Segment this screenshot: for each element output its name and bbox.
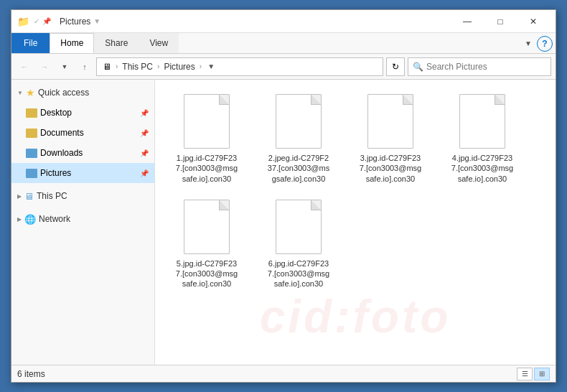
file-label: 1.jpg.id-C279F23 7.[con3003@msg safe.io]…	[176, 153, 238, 184]
sidebar-pictures-label: Pictures	[40, 168, 137, 178]
folder-pictures-icon	[26, 167, 37, 179]
sidebar-this-pc[interactable]: ▶ 🖥 This PC	[11, 186, 154, 206]
status-bar: 6 items ☰ ⊞	[11, 365, 556, 382]
folder-title-icon: 📁	[17, 16, 29, 27]
path-pictures: Pictures	[164, 62, 195, 72]
file-page-icon	[276, 200, 322, 254]
file-icon	[365, 93, 416, 150]
tab-file[interactable]: File	[11, 33, 50, 53]
sidebar-desktop-label: Desktop	[40, 108, 137, 118]
ribbon-help-btn[interactable]: ?	[537, 36, 553, 52]
file-page-icon	[276, 94, 322, 149]
pin-icon: 📌	[140, 169, 149, 177]
sidebar-network[interactable]: ▶ 🌐 Network	[11, 209, 154, 229]
sidebar-quick-access-label: Quick access	[38, 88, 149, 98]
ribbon-expand-btn[interactable]: ▼	[520, 34, 537, 52]
sidebar-this-pc-label: This PC	[37, 191, 149, 201]
file-icon	[273, 93, 324, 150]
chevron-down-icon: ▼	[17, 90, 23, 96]
folder-icon	[26, 127, 37, 139]
chevron-icon: ▶	[17, 193, 22, 200]
view-details-button[interactable]: ☰	[517, 368, 533, 381]
file-item[interactable]: 6.jpg.id-C279F23 7.[con3003@msg safe.io]…	[256, 194, 342, 294]
file-label: 4.jpg.id-C279F23 7.[con3003@msg safe.io]…	[451, 153, 513, 184]
sidebar-downloads-label: Downloads	[40, 148, 137, 158]
qs-chevron: ▼	[93, 17, 100, 25]
sidebar-item-pictures[interactable]: Pictures 📌	[11, 163, 154, 183]
ribbon: File Home Share View ▼ ?	[11, 33, 556, 54]
sidebar-quick-access-header[interactable]: ▼ ★ Quick access	[11, 83, 154, 103]
address-path[interactable]: 🖥 › This PC › Pictures › ▼	[96, 57, 383, 76]
view-large-icons-button[interactable]: ⊞	[534, 368, 550, 381]
pin-icon: 📌	[140, 129, 149, 137]
back-button[interactable]: ←	[16, 58, 33, 75]
file-item[interactable]: 1.jpg.id-C279F23 7.[con3003@msg safe.io]…	[164, 88, 250, 188]
file-label: 2.jpeg.id-C279F2 37.[con3003@ms gsafe.io…	[268, 153, 329, 184]
folder-downloads-icon	[26, 147, 37, 159]
recent-locations-button[interactable]: ▼	[56, 58, 73, 75]
pin-icon: 📌	[140, 109, 149, 117]
search-input[interactable]	[426, 62, 546, 72]
tab-home[interactable]: Home	[50, 33, 94, 53]
file-item[interactable]: 3.jpg.id-C279F23 7.[con3003@msg safe.io]…	[347, 88, 434, 188]
file-icon	[456, 93, 508, 150]
forward-button[interactable]: →	[36, 58, 53, 75]
title-bar: 📁 ✓ 📌 Pictures ▼ — □ ✕	[11, 10, 556, 33]
sidebar-item-documents[interactable]: Documents 📌	[11, 123, 154, 143]
address-bar: ← → ▼ ↑ 🖥 › This PC › Pictures › ▼ ↻ 🔍	[11, 54, 556, 80]
file-area: cid:foto 1.jpg.id-C279F23 7.[con3003@msg…	[155, 80, 556, 365]
title-bar-icon: 📁 ✓ 📌	[17, 16, 51, 27]
files-grid: 1.jpg.id-C279F23 7.[con3003@msg safe.io]…	[161, 85, 550, 297]
qs-check: ✓	[34, 17, 39, 25]
path-dropdown-button[interactable]: ▼	[206, 58, 216, 75]
file-page-icon	[184, 94, 230, 149]
maximize-button[interactable]: □	[484, 11, 517, 32]
view-buttons: ☰ ⊞	[517, 368, 550, 381]
star-icon: ★	[26, 87, 35, 98]
file-page-icon	[367, 94, 413, 149]
network-icon: 🌐	[24, 214, 36, 225]
refresh-button[interactable]: ↻	[386, 57, 405, 76]
tab-share[interactable]: Share	[94, 33, 139, 53]
sidebar-documents-label: Documents	[40, 128, 137, 138]
tab-view[interactable]: View	[139, 33, 179, 53]
search-icon: 🔍	[413, 62, 423, 72]
path-this-pc: This PC	[122, 62, 153, 72]
pin-icon: 📌	[140, 149, 149, 157]
file-icon	[181, 198, 233, 256]
sidebar-item-desktop[interactable]: Desktop 📌	[11, 103, 154, 123]
file-item[interactable]: 4.jpg.id-C279F23 7.[con3003@msg safe.io]…	[439, 88, 525, 188]
file-item[interactable]: 2.jpeg.id-C279F2 37.[con3003@ms gsafe.io…	[256, 88, 342, 188]
status-text: 6 items	[17, 369, 517, 379]
file-label: 6.jpg.id-C279F23 7.[con3003@msg safe.io]…	[268, 258, 329, 289]
file-label: 3.jpg.id-C279F23 7.[con3003@msg safe.io]…	[360, 153, 421, 184]
qs-pin: 📌	[42, 17, 51, 25]
window-controls: — □ ✕	[451, 11, 550, 32]
search-box: 🔍	[408, 57, 551, 76]
minimize-button[interactable]: —	[451, 11, 484, 32]
watermark: cid:foto	[260, 290, 451, 343]
chevron-icon: ▶	[17, 216, 22, 223]
file-icon	[181, 93, 233, 150]
sidebar-item-downloads[interactable]: Downloads 📌	[11, 143, 154, 163]
file-page-icon	[184, 200, 230, 254]
file-explorer-window: 📁 ✓ 📌 Pictures ▼ — □ ✕ File Home Share V…	[11, 9, 556, 383]
sidebar-network-label: Network	[39, 214, 149, 224]
file-item[interactable]: 5.jpg.id-C279F23 7.[con3003@msg safe.io]…	[164, 194, 250, 294]
window-title: Pictures	[60, 17, 90, 27]
file-label: 5.jpg.id-C279F23 7.[con3003@msg safe.io]…	[176, 258, 238, 289]
close-button[interactable]: ✕	[517, 11, 550, 32]
file-page-icon	[459, 94, 505, 149]
pc-icon: 🖥	[24, 191, 34, 202]
path-icon: 🖥	[103, 62, 111, 72]
folder-icon	[26, 107, 37, 118]
sidebar: ▼ ★ Quick access Desktop 📌 Documents 📌	[11, 80, 155, 365]
file-icon	[273, 198, 324, 256]
ribbon-tabs: File Home Share View ▼ ?	[11, 33, 556, 53]
main-content: ▼ ★ Quick access Desktop 📌 Documents 📌	[11, 80, 556, 365]
up-button[interactable]: ↑	[76, 58, 93, 75]
